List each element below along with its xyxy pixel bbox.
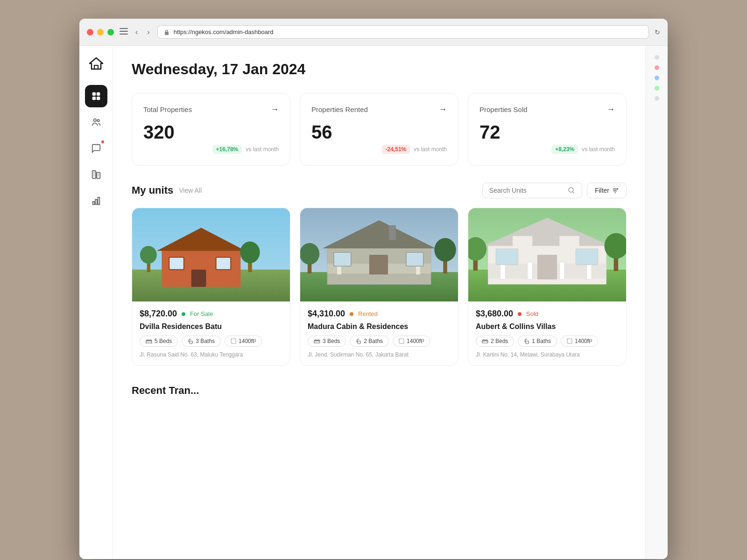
address-bar[interactable]: https://ngekos.com/admin-dashboard bbox=[157, 25, 649, 39]
traffic-lights bbox=[87, 29, 114, 35]
unit-name-0: Dvilla Residences Batu bbox=[140, 322, 282, 331]
svg-point-20 bbox=[569, 188, 573, 192]
svg-rect-19 bbox=[98, 197, 99, 205]
recent-section: Recent Tran... bbox=[132, 385, 627, 397]
dashboard-icon bbox=[91, 91, 101, 101]
panel-dot-4 bbox=[655, 86, 659, 91]
stat-arrow-total[interactable]: → bbox=[270, 105, 279, 114]
panel-dot-1 bbox=[655, 55, 659, 60]
filter-icon bbox=[612, 187, 619, 194]
messages-icon bbox=[91, 143, 101, 154]
messages-badge bbox=[101, 140, 105, 144]
unit-beds-2: 2 Beds bbox=[476, 336, 514, 347]
buildings-icon bbox=[91, 169, 101, 180]
close-button[interactable] bbox=[87, 29, 93, 35]
sidebar-item-buildings[interactable] bbox=[85, 163, 107, 186]
maximize-button[interactable] bbox=[107, 29, 114, 35]
units-section-title: My units bbox=[132, 184, 173, 196]
unit-info-0: $8,720.00 For Sale Dvilla Residences Bat… bbox=[132, 301, 290, 365]
svg-line-21 bbox=[573, 192, 574, 193]
stat-arrow-rented[interactable]: → bbox=[438, 105, 447, 114]
unit-image-2 bbox=[468, 208, 626, 301]
svg-rect-43 bbox=[231, 339, 236, 343]
panel-dot-5 bbox=[655, 96, 659, 101]
svg-rect-1 bbox=[120, 31, 128, 32]
search-icon bbox=[568, 187, 575, 194]
recent-title: Recent Tran... bbox=[132, 385, 199, 396]
svg-rect-4 bbox=[92, 92, 95, 96]
logo bbox=[88, 57, 105, 72]
units-title-row: My units View All bbox=[132, 184, 202, 196]
stat-badge-rented: -24,51% bbox=[382, 145, 410, 154]
unit-image-0 bbox=[132, 208, 290, 301]
unit-specs-0: 5 Beds 3 Baths 1400ft² bbox=[140, 336, 282, 347]
stat-card-total[interactable]: Total Properties → 320 +16,78% vs last m… bbox=[132, 93, 290, 166]
svg-rect-17 bbox=[92, 202, 94, 204]
search-box[interactable] bbox=[482, 182, 582, 198]
unit-specs-1: 3 Beds 2 Baths 1400ft² bbox=[308, 336, 451, 347]
unit-beds-1: 3 Beds bbox=[308, 336, 346, 347]
unit-price-0: $8,720.00 bbox=[140, 309, 177, 319]
sidebar-item-analytics[interactable] bbox=[85, 189, 107, 212]
unit-status-dot-0 bbox=[182, 312, 185, 316]
stat-value-total: 320 bbox=[143, 122, 279, 143]
minimize-button[interactable] bbox=[97, 29, 104, 35]
unit-beds-0: 5 Beds bbox=[140, 336, 178, 347]
unit-status-dot-1 bbox=[350, 312, 353, 316]
unit-card-2[interactable]: $3,680.00 Sold Aubert & Collins Villas 2… bbox=[468, 208, 627, 366]
sidebar-item-messages[interactable] bbox=[85, 137, 107, 160]
unit-price-2: $3,680.00 bbox=[476, 309, 513, 319]
svg-rect-6 bbox=[92, 97, 95, 100]
svg-rect-70 bbox=[559, 235, 579, 249]
svg-rect-74 bbox=[528, 262, 533, 280]
analytics-icon bbox=[91, 196, 101, 206]
unit-status-dot-2 bbox=[518, 312, 521, 316]
stat-value-rented: 56 bbox=[311, 122, 447, 143]
stat-title-rented: Properties Rented bbox=[311, 105, 368, 113]
unit-baths-0: 3 Baths bbox=[182, 336, 221, 347]
stat-card-rented[interactable]: Properties Rented → 56 -24,51% vs last m… bbox=[300, 93, 458, 166]
unit-image-1 bbox=[300, 208, 458, 301]
sidebar-item-users[interactable] bbox=[85, 111, 107, 133]
browser-chrome: ‹ › https://ngekos.com/admin-dashboard ↻ bbox=[79, 19, 668, 46]
unit-status-2: Sold bbox=[526, 310, 538, 317]
refresh-button[interactable]: ↻ bbox=[655, 28, 660, 36]
users-icon bbox=[91, 117, 101, 127]
view-all-link[interactable]: View All bbox=[179, 187, 202, 194]
stats-row: Total Properties → 320 +16,78% vs last m… bbox=[132, 93, 627, 166]
filter-label: Filter bbox=[595, 187, 609, 194]
svg-point-57 bbox=[434, 238, 456, 262]
stat-card-sold[interactable]: Properties Sold → 72 +8,23% vs last mont… bbox=[468, 93, 627, 166]
unit-address-1: Jl. Jend. Sudirman No. 65, Jakarta Barat bbox=[308, 351, 451, 358]
sidebar-item-dashboard[interactable] bbox=[85, 85, 107, 107]
stat-badge-total: +16,78% bbox=[212, 145, 242, 154]
unit-card-0[interactable]: $8,720.00 For Sale Dvilla Residences Bat… bbox=[132, 208, 290, 366]
svg-point-8 bbox=[93, 119, 96, 121]
svg-rect-48 bbox=[389, 225, 396, 240]
unit-address-0: Jl. Rasuna Said No. 63, Maluku Tenggara bbox=[140, 351, 282, 358]
panel-dot-2 bbox=[655, 65, 659, 70]
stat-arrow-sold[interactable]: → bbox=[606, 105, 615, 114]
unit-price-1: $4,310.00 bbox=[308, 309, 345, 319]
search-input[interactable] bbox=[489, 187, 564, 194]
forward-button[interactable]: › bbox=[145, 27, 151, 37]
unit-card-1[interactable]: $4,310.00 Rented Madura Cabin & Residenc… bbox=[300, 208, 458, 366]
stat-badge-sold: +8,23% bbox=[551, 145, 578, 154]
panel-dot-3 bbox=[655, 76, 659, 80]
right-panel bbox=[645, 46, 668, 559]
sidebar-toggle-button[interactable] bbox=[120, 27, 128, 37]
svg-point-35 bbox=[240, 241, 260, 263]
svg-rect-7 bbox=[96, 97, 99, 100]
back-button[interactable]: ‹ bbox=[134, 27, 140, 37]
search-filter-row: Filter bbox=[482, 182, 627, 198]
svg-rect-75 bbox=[559, 262, 564, 280]
unit-specs-2: 2 Beds 1 Baths 1400ft² bbox=[476, 336, 619, 347]
svg-rect-55 bbox=[406, 252, 423, 266]
filter-button[interactable]: Filter bbox=[587, 182, 627, 198]
unit-address-2: Jl. Kartini No. 14, Melawi, Surabaya Uta… bbox=[476, 351, 619, 358]
unit-size-2: 1400ft² bbox=[561, 336, 598, 347]
unit-status-0: For Sale bbox=[190, 310, 213, 317]
svg-rect-78 bbox=[496, 249, 518, 265]
stat-vs-sold: vs last month bbox=[582, 146, 615, 153]
unit-size-0: 1400ft² bbox=[225, 336, 262, 347]
